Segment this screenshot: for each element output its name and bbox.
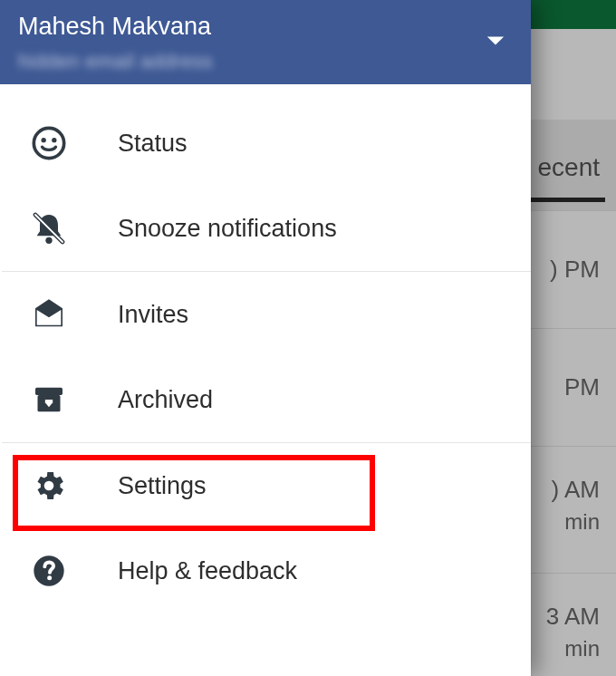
drawer-menu: Status Snooze notifications: [0, 84, 531, 613]
drawer-scrim[interactable]: [521, 0, 616, 676]
archived-icon: [31, 381, 118, 418]
svg-point-1: [42, 138, 46, 142]
snooze-icon: [31, 210, 118, 246]
svg-point-10: [47, 575, 52, 580]
menu-label-help: Help & feedback: [118, 557, 297, 585]
svg-point-8: [44, 481, 54, 491]
svg-point-3: [45, 237, 52, 244]
account-name: Mahesh Makvana: [18, 13, 513, 41]
svg-point-0: [34, 128, 63, 158]
drawer-edge: [531, 0, 532, 676]
menu-item-help[interactable]: Help & feedback: [0, 528, 531, 613]
menu-item-settings[interactable]: Settings: [0, 443, 531, 528]
menu-label-invites: Invites: [118, 301, 188, 329]
menu-item-status[interactable]: Status: [0, 101, 531, 186]
drawer-header[interactable]: Mahesh Makvana hidden email address: [0, 0, 531, 84]
account-dropdown-icon[interactable]: [486, 34, 505, 47]
menu-label-archived: Archived: [118, 386, 213, 414]
account-email: hidden email address: [18, 50, 513, 73]
status-icon: [31, 125, 118, 161]
menu-item-invites[interactable]: Invites: [0, 272, 531, 357]
menu-label-settings: Settings: [118, 472, 207, 500]
invites-icon: [31, 296, 118, 333]
menu-label-snooze: Snooze notifications: [118, 215, 337, 243]
menu-label-status: Status: [118, 130, 188, 158]
svg-rect-6: [35, 388, 63, 395]
navigation-drawer: Mahesh Makvana hidden email address Stat…: [0, 0, 531, 676]
svg-point-2: [52, 138, 56, 142]
settings-icon: [31, 468, 118, 504]
help-icon: [31, 553, 118, 589]
menu-item-snooze[interactable]: Snooze notifications: [0, 186, 531, 271]
menu-item-archived[interactable]: Archived: [0, 357, 531, 442]
screenshot-root: ecent ) PM PM ) AM min 3 AM min Mahesh M: [0, 0, 616, 676]
